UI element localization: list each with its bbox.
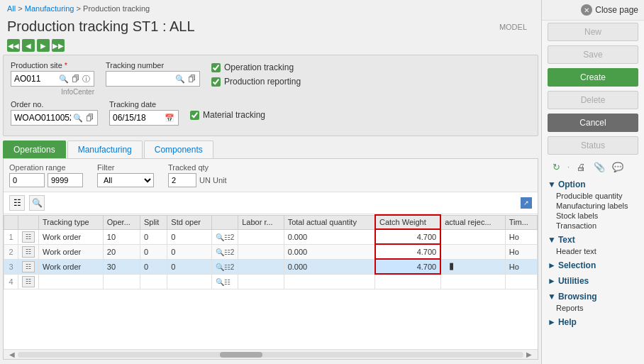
tab-components[interactable]: Components — [144, 140, 213, 158]
save-button[interactable]: Save — [548, 45, 638, 64]
selection-section-header[interactable]: ► Selection — [548, 259, 638, 272]
help-section-header[interactable]: ► Help — [548, 316, 638, 329]
row-catch-weight-3[interactable]: 4.700 ▮ — [375, 259, 440, 274]
tracking-date-calendar-icon[interactable]: 📅 — [164, 114, 175, 123]
row-icon-2: ☷ — [18, 244, 39, 259]
print-icon[interactable]: 🖨 — [574, 160, 588, 174]
table-header-row: Tracking type Oper... Split Std oper Lab… — [4, 215, 538, 229]
nav-first[interactable]: ◀◀ — [7, 39, 20, 52]
material-tracking-checkbox[interactable] — [190, 111, 199, 120]
row-labor-1 — [238, 229, 284, 244]
production-reporting-item: Production reporting — [211, 77, 301, 87]
tracking-date-group: Tracking date 📅 — [109, 100, 179, 126]
row-tim-1: Ho — [505, 229, 537, 244]
operation-range-to[interactable] — [48, 173, 83, 187]
utilities-arrow-icon: ► — [548, 276, 556, 286]
breadcrumb-manufacturing[interactable]: Manufacturing — [25, 4, 74, 13]
row-split-2: 0 — [140, 244, 167, 259]
row-num-3: 3 — [4, 259, 18, 274]
operation-range-group: Operation range — [9, 163, 83, 187]
selection-label: Selection — [558, 260, 596, 270]
text-section-header[interactable]: ▼ Text — [548, 233, 638, 246]
toolbar-row: ☷ 🔍 ↗ — [4, 192, 538, 214]
icon-separator-1: · — [567, 162, 570, 171]
help-arrow-icon: ► — [548, 317, 556, 327]
production-site-input[interactable] — [14, 74, 57, 84]
attachment-icon[interactable]: 📎 — [592, 160, 606, 174]
refresh-icon[interactable]: ↻ — [549, 160, 563, 174]
toolbar-search-icon[interactable]: 🔍 — [29, 195, 45, 211]
scrollbar-thumb[interactable] — [220, 352, 262, 358]
filter-select[interactable]: All — [97, 173, 154, 187]
cursor-icon: ▮ — [449, 260, 454, 271]
horizontal-scrollbar[interactable]: ◀ ▶ — [4, 349, 538, 359]
row-oper-4 — [103, 274, 140, 289]
nav-prev[interactable]: ◀ — [22, 39, 35, 52]
production-site-info-icon[interactable]: ⓘ — [82, 74, 91, 84]
tracking-number-group: Tracking number 🔍 🗍 — [106, 61, 200, 87]
utilities-section: ► Utilities — [542, 273, 644, 289]
row-split-3: 0 — [140, 259, 167, 274]
toolbar-grid-icon[interactable]: ☷ — [9, 195, 25, 211]
breadcrumb-all[interactable]: All — [7, 4, 16, 13]
comment-icon[interactable]: 💬 — [611, 160, 625, 174]
row-total-qty-4 — [284, 274, 375, 289]
order-no-search-icon[interactable]: 🔍 — [72, 114, 84, 123]
tracking-number-copy-icon[interactable]: 🗍 — [187, 75, 196, 83]
tracked-qty-input[interactable] — [168, 173, 196, 187]
header-text-item[interactable]: Header text — [548, 246, 638, 256]
close-icon[interactable]: ✕ — [581, 4, 592, 16]
help-section: ► Help — [542, 314, 644, 330]
row-tim-4 — [505, 274, 537, 289]
row-total-qty-3: 0.000 — [284, 259, 375, 274]
col-std-oper: Std oper — [167, 215, 211, 229]
order-no-input[interactable] — [14, 113, 71, 123]
option-section: ▼ Option Producible quantity Manufacturi… — [542, 177, 644, 232]
tab-operations[interactable]: Operations — [3, 140, 66, 158]
row-type-4 — [39, 274, 104, 289]
operation-range-from[interactable] — [9, 173, 45, 187]
tab-manufacturing[interactable]: Manufacturing — [67, 140, 143, 158]
row-actual-rej-1 — [440, 229, 505, 244]
infocenter-label: InfoCenter — [11, 88, 94, 96]
expand-button[interactable]: ↗ — [521, 197, 532, 209]
table-row: 1 ☷ Work order 10 0 0 🔍☷2 0.000 4.700 Ho — [4, 229, 538, 244]
nav-last[interactable]: ▶▶ — [52, 39, 65, 52]
reports-item[interactable]: Reports — [548, 303, 638, 313]
unit-label: UN Unit — [199, 176, 227, 184]
scroll-right[interactable]: ▶ — [523, 351, 535, 358]
production-site-copy-icon[interactable]: 🗍 — [71, 75, 80, 83]
order-no-copy-icon[interactable]: 🗍 — [85, 114, 94, 122]
production-site-group: Production site * 🔍 🗍 ⓘ InfoCenter — [11, 61, 94, 96]
scroll-left[interactable]: ◀ — [6, 351, 18, 358]
row-num-1: 1 — [4, 229, 18, 244]
material-tracking-item: Material tracking — [190, 110, 265, 120]
tracking-number-input-wrap: 🔍 🗍 — [106, 71, 200, 87]
col-oper: Oper... — [103, 215, 140, 229]
browsing-section-header[interactable]: ▼ Browsing — [548, 290, 638, 303]
status-button[interactable]: Status — [548, 136, 638, 155]
nav-next[interactable]: ▶ — [37, 39, 50, 52]
data-table: Tracking type Oper... Split Std oper Lab… — [4, 214, 538, 349]
stock-labels-item[interactable]: Stock labels — [548, 211, 638, 221]
manufacturing-labels-item[interactable]: Manufacturing labels — [548, 201, 638, 211]
tracked-qty-row: UN Unit — [168, 173, 227, 187]
transaction-item[interactable]: Transaction — [548, 221, 638, 231]
producible-quantity-item[interactable]: Producible quantity — [548, 191, 638, 201]
delete-button[interactable]: Delete — [548, 91, 638, 109]
tracking-date-input-wrap: 📅 — [109, 110, 179, 126]
form-row-1: Production site * 🔍 🗍 ⓘ InfoCenter Track… — [11, 61, 531, 96]
utilities-section-header[interactable]: ► Utilities — [548, 275, 638, 287]
tracking-number-input[interactable] — [109, 74, 173, 84]
option-section-header[interactable]: ▼ Option — [548, 178, 638, 191]
create-button[interactable]: Create — [548, 68, 638, 87]
row-icon-1: ☷ — [18, 229, 39, 244]
new-button[interactable]: New — [548, 23, 638, 41]
cancel-button[interactable]: Cancel — [548, 114, 638, 132]
production-site-search-icon[interactable]: 🔍 — [58, 75, 70, 84]
tracking-number-search-icon[interactable]: 🔍 — [174, 75, 186, 84]
operation-tracking-checkbox[interactable] — [211, 63, 221, 72]
tracking-date-input[interactable] — [113, 113, 162, 123]
sidebar-icons-row: ↻ · 🖨 📎 💬 — [542, 157, 644, 177]
production-reporting-checkbox[interactable] — [211, 77, 221, 87]
